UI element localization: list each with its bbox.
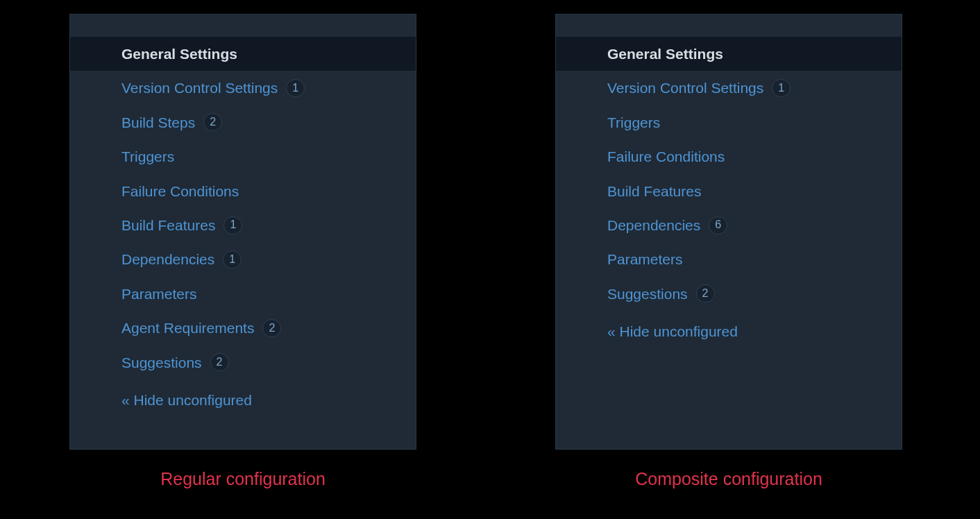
sidebar-item-label: Suggestions <box>121 352 202 373</box>
count-badge: 2 <box>696 284 715 303</box>
sidebar-item-label: Build Features <box>121 215 215 235</box>
hide-unconfigured-link[interactable]: « Hide unconfigured <box>556 311 902 347</box>
sidebar-item-label: Version Control Settings <box>121 78 278 98</box>
sidebar-item-label: Dependencies <box>607 215 700 235</box>
count-badge: 1 <box>286 79 305 97</box>
sidebar-item-dependencies[interactable]: Dependencies 1 <box>70 242 416 276</box>
sidebar-regular-config: General Settings Version Control Setting… <box>69 14 416 450</box>
sidebar-item-agent-requirements[interactable]: Agent Requirements 2 <box>70 311 416 345</box>
sidebar-item-suggestions[interactable]: Suggestions 2 <box>556 277 902 311</box>
sidebar-item-general-settings[interactable]: General Settings <box>556 37 902 71</box>
sidebar-item-label: Triggers <box>121 146 174 167</box>
sidebar-item-label: Agent Requirements <box>121 318 254 338</box>
count-badge: 1 <box>772 79 791 97</box>
sidebar-item-build-features[interactable]: Build Features 1 <box>70 208 416 242</box>
sidebar-item-failure-conditions[interactable]: Failure Conditions <box>70 174 416 208</box>
hide-unconfigured-label: « Hide unconfigured <box>607 323 738 339</box>
sidebar-item-label: General Settings <box>121 44 237 64</box>
count-badge: 2 <box>262 319 281 337</box>
sidebar-item-label: General Settings <box>607 44 723 64</box>
count-badge: 1 <box>223 250 242 269</box>
sidebar-item-label: Failure Conditions <box>607 146 725 167</box>
sidebar-item-failure-conditions[interactable]: Failure Conditions <box>556 139 902 173</box>
sidebar-item-triggers[interactable]: Triggers <box>556 105 902 139</box>
sidebar-item-label: Triggers <box>607 112 660 133</box>
sidebar-item-label: Failure Conditions <box>121 181 239 201</box>
sidebar-item-general-settings[interactable]: General Settings <box>70 37 416 71</box>
hide-unconfigured-label: « Hide unconfigured <box>121 392 252 408</box>
sidebar-item-build-features[interactable]: Build Features <box>556 174 902 208</box>
hide-unconfigured-link[interactable]: « Hide unconfigured <box>70 380 416 416</box>
sidebar-item-build-steps[interactable]: Build Steps 2 <box>70 105 416 139</box>
sidebar-item-label: Suggestions <box>607 284 688 304</box>
sidebar-item-label: Parameters <box>607 249 683 269</box>
sidebar-item-label: Version Control Settings <box>607 78 763 98</box>
sidebar-item-vcs-settings[interactable]: Version Control Settings 1 <box>70 71 416 105</box>
sidebar-item-parameters[interactable]: Parameters <box>70 277 416 311</box>
sidebar-composite-config: General Settings Version Control Setting… <box>555 14 902 450</box>
sidebar-item-parameters[interactable]: Parameters <box>556 242 902 276</box>
panel-header-spacer <box>556 15 902 37</box>
sidebar-item-vcs-settings[interactable]: Version Control Settings 1 <box>556 71 902 105</box>
sidebar-item-label: Build Steps <box>121 112 195 133</box>
count-badge: 2 <box>210 353 229 371</box>
count-badge: 6 <box>709 216 727 235</box>
caption-regular: Regular configuration <box>69 469 416 489</box>
sidebar-item-label: Build Features <box>607 181 701 201</box>
sidebar-item-label: Parameters <box>121 284 197 304</box>
caption-composite: Composite configuration <box>555 469 902 489</box>
panel-header-spacer <box>70 15 416 37</box>
count-badge: 2 <box>203 113 222 131</box>
sidebar-item-label: Dependencies <box>121 249 214 269</box>
count-badge: 1 <box>223 216 242 235</box>
sidebar-item-suggestions[interactable]: Suggestions 2 <box>70 346 416 380</box>
sidebar-item-triggers[interactable]: Triggers <box>70 139 416 173</box>
sidebar-item-dependencies[interactable]: Dependencies 6 <box>556 208 902 242</box>
